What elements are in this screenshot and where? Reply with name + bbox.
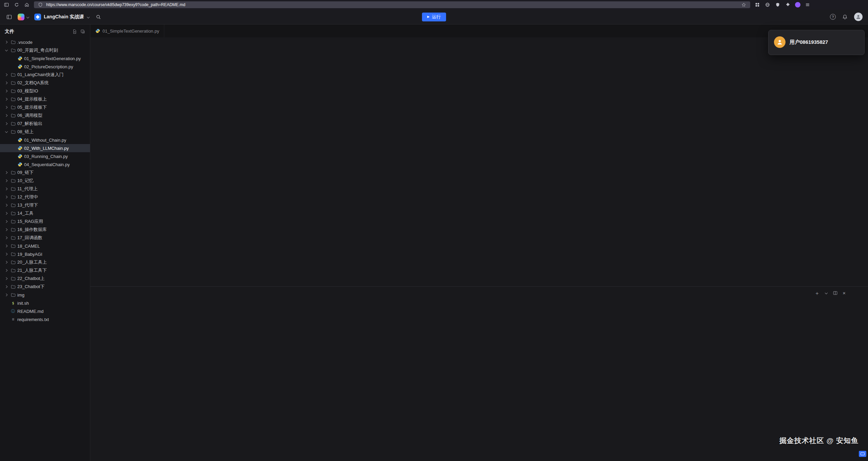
close-panel-icon[interactable]: × xyxy=(843,290,846,296)
globe-icon[interactable] xyxy=(764,2,771,8)
tree-folder[interactable]: 08_链上 xyxy=(0,128,90,136)
bell-icon[interactable] xyxy=(841,13,849,21)
tree-folder[interactable]: 12_代理中 xyxy=(0,193,90,201)
tree-folder[interactable]: 13_代理下 xyxy=(0,201,90,209)
tree-folder[interactable]: 22_Chatbot上 xyxy=(0,274,90,283)
chevron-down-icon xyxy=(87,15,90,19)
run-button[interactable]: ▶ 运行 xyxy=(422,13,446,21)
shell-file-icon: $ xyxy=(11,301,16,306)
panel-header: ＋ × xyxy=(90,287,868,299)
tree-file[interactable]: 02_PictureDescription.py xyxy=(0,63,90,71)
marscode-logo-menu[interactable] xyxy=(18,14,30,20)
tree-folder[interactable]: 17_回调函数 xyxy=(0,234,90,242)
tree-folder[interactable]: 02_文档QA系统 xyxy=(0,79,90,87)
readme-file-icon: ⓘ xyxy=(11,309,16,314)
split-terminal-icon[interactable] xyxy=(833,291,837,295)
python-file-icon xyxy=(17,154,22,159)
collapse-all-icon[interactable] xyxy=(80,29,85,34)
sidebar-header: 文件 xyxy=(0,24,90,37)
chevron-icon xyxy=(4,252,9,256)
tree-folder[interactable]: 09_链下 xyxy=(0,169,90,177)
terminal-output[interactable] xyxy=(90,299,868,461)
editor-tab-bar: 01_SimpleTextGeneration.py xyxy=(90,24,868,37)
ide-topbar: LangChain 实战课 ▶ 运行 ? xyxy=(0,10,868,24)
tree-item-label: 02_With_LLMChain.py xyxy=(24,146,69,151)
tree-file[interactable]: 03_Running_Chain.py xyxy=(0,152,90,160)
hamburger-menu-icon[interactable] xyxy=(805,2,811,8)
chevron-icon xyxy=(11,162,16,167)
tree-folder[interactable]: 10_记忆 xyxy=(0,177,90,185)
chevron-down-icon xyxy=(26,15,30,19)
tree-file[interactable]: 02_With_LLMChain.py xyxy=(0,144,90,152)
search-icon[interactable] xyxy=(95,13,102,21)
home-icon[interactable] xyxy=(24,2,30,8)
tree-folder[interactable]: 04_提示模板上 xyxy=(0,95,90,103)
project-switcher[interactable]: LangChain 实战课 xyxy=(34,14,90,20)
chevron-icon xyxy=(4,301,9,305)
layout-panel-icon[interactable] xyxy=(5,13,13,21)
tree-folder[interactable]: 15_RAG应用 xyxy=(0,217,90,226)
terminal-dropdown-icon[interactable] xyxy=(825,291,828,295)
folder-icon xyxy=(11,276,16,281)
tree-item-label: 06_调用模型 xyxy=(17,112,42,119)
tree-folder[interactable]: 05_提示模板下 xyxy=(0,103,90,111)
folder-icon xyxy=(11,170,16,175)
help-icon[interactable]: ? xyxy=(830,14,836,20)
file-tree: .vscode00_开篇词_奇点时刻01_SimpleTextGeneratio… xyxy=(0,37,90,323)
new-file-icon[interactable] xyxy=(72,29,77,34)
user-avatar[interactable] xyxy=(854,13,863,21)
chevron-icon xyxy=(4,195,9,199)
new-terminal-icon[interactable]: ＋ xyxy=(814,290,819,296)
tree-item-label: 22_Chatbot上 xyxy=(17,276,44,282)
browser-profile-avatar[interactable] xyxy=(795,2,800,7)
tree-folder[interactable]: 11_代理上 xyxy=(0,185,90,193)
tree-file[interactable]: ⓘREADME.md xyxy=(0,307,90,315)
chevron-icon xyxy=(4,129,9,134)
bookmark-star-icon[interactable] xyxy=(741,2,747,8)
tree-folder[interactable]: 00_开篇词_奇点时刻 xyxy=(0,46,90,54)
tree-file[interactable]: ≡requirements.txt xyxy=(0,315,90,323)
tab-label: 01_SimpleTextGeneration.py xyxy=(103,29,159,34)
chevron-icon xyxy=(11,138,16,142)
tree-file[interactable]: 01_SimpleTextGeneration.py xyxy=(0,54,90,63)
widget-icon[interactable] xyxy=(859,451,866,457)
tree-folder[interactable]: 19_BabyAGI xyxy=(0,250,90,258)
tree-folder[interactable]: 14_工具 xyxy=(0,209,90,217)
editor-tab[interactable]: 01_SimpleTextGeneration.py xyxy=(90,24,164,37)
extensions-grid-icon[interactable] xyxy=(754,2,760,8)
tree-folder[interactable]: 21_人脉工具下 xyxy=(0,266,90,274)
tree-folder[interactable]: 18_CAMEL xyxy=(0,242,90,250)
tree-file[interactable]: 01_Without_Chain.py xyxy=(0,136,90,144)
tree-file[interactable]: $init.sh xyxy=(0,299,90,307)
tree-folder[interactable]: img xyxy=(0,291,90,299)
sidebar-toggle-icon[interactable] xyxy=(3,2,10,8)
folder-icon xyxy=(11,129,16,135)
tree-item-label: 10_记忆 xyxy=(17,178,34,184)
tree-folder[interactable]: 06_调用模型 xyxy=(0,111,90,120)
screen: https://www.marscode.cn/course/vk85dwp73… xyxy=(0,0,868,461)
chevron-icon xyxy=(4,309,9,314)
chevron-icon xyxy=(4,219,9,224)
chevron-icon xyxy=(4,276,9,281)
reload-icon[interactable] xyxy=(14,2,20,8)
course-icon xyxy=(34,14,41,20)
tree-file[interactable]: 04_SequentialChain.py xyxy=(0,160,90,169)
tree-item-label: 01_SimpleTextGeneration.py xyxy=(24,56,81,61)
tree-folder[interactable]: 01_LangChain快速入门 xyxy=(0,71,90,79)
chevron-icon xyxy=(4,203,9,208)
shield-permissions-icon[interactable] xyxy=(775,2,781,8)
tree-folder[interactable]: 03_模型IO xyxy=(0,87,90,95)
tree-folder[interactable]: 20_人脉工具上 xyxy=(0,258,90,266)
tree-folder[interactable]: 23_Chatbot下 xyxy=(0,283,90,291)
tree-item-label: init.sh xyxy=(17,301,29,306)
tree-folder[interactable]: 16_操作数据库 xyxy=(0,226,90,234)
browser-toolbar: https://www.marscode.cn/course/vk85dwp73… xyxy=(0,0,868,10)
url-bar[interactable]: https://www.marscode.cn/course/vk85dwp73… xyxy=(34,1,750,8)
tree-item-label: 17_回调函数 xyxy=(17,235,42,241)
tree-folder[interactable]: .vscode xyxy=(0,38,90,46)
puzzle-extension-icon[interactable] xyxy=(785,2,791,8)
chevron-icon xyxy=(4,40,9,45)
chevron-icon xyxy=(4,48,9,53)
code-editor[interactable] xyxy=(90,47,868,286)
tree-folder[interactable]: 07_解析输出 xyxy=(0,120,90,128)
